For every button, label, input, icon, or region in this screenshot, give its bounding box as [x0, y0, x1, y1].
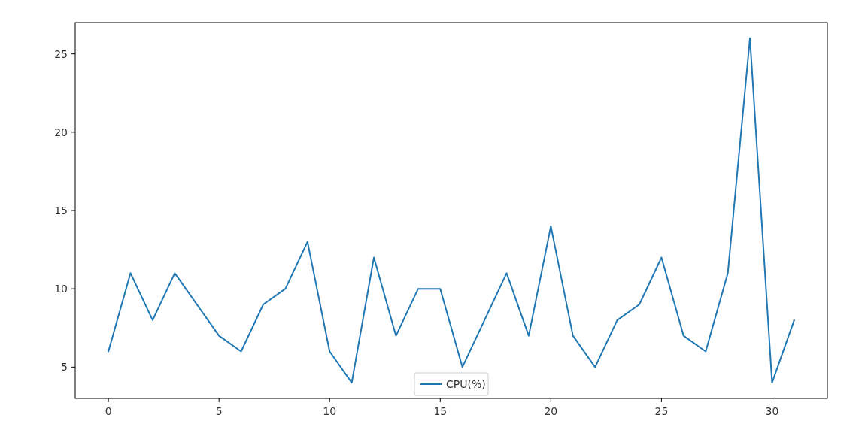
y-tick-label: 20	[54, 126, 68, 138]
x-tick-label: 30	[766, 405, 779, 417]
x-tick-label: 5	[216, 405, 223, 417]
y-tick-label: 15	[54, 204, 68, 217]
y-tick-label: 10	[54, 283, 68, 295]
x-tick-label: 0	[105, 405, 112, 417]
chart-container: 051015202530510152025CPU(%)	[0, 0, 868, 430]
legend-label: CPU(%)	[446, 378, 486, 390]
y-tick-label: 25	[54, 48, 68, 60]
y-tick-label: 5	[61, 361, 68, 373]
legend: CPU(%)	[414, 373, 488, 395]
x-tick-label: 20	[544, 405, 557, 417]
x-tick-label: 15	[433, 405, 447, 417]
line-chart: 051015202530510152025CPU(%)	[0, 0, 868, 430]
x-tick-label: 25	[654, 405, 668, 417]
x-tick-label: 10	[323, 405, 336, 417]
plot-area-border	[75, 23, 827, 398]
series-line-0	[108, 38, 794, 383]
